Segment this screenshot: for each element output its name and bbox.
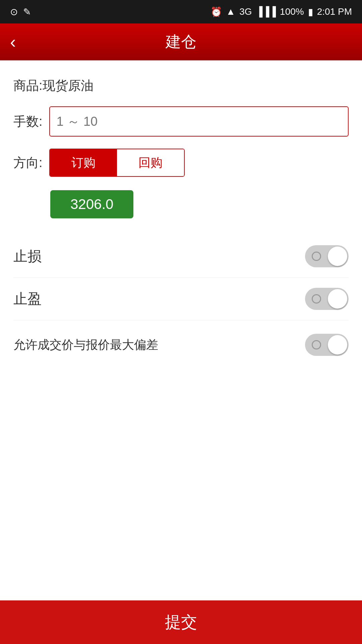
edit-icon: ✎ bbox=[23, 6, 31, 17]
direction-row: 方向: 订购 回购 bbox=[13, 149, 349, 177]
lots-input[interactable] bbox=[49, 106, 349, 137]
alarm-icon: ⏰ bbox=[210, 6, 222, 17]
buy-button[interactable]: 订购 bbox=[50, 149, 117, 176]
back-button[interactable]: ‹ bbox=[10, 33, 16, 51]
content: 商品:现货原油 手数: 方向: 订购 回购 3206.0 止损 止盈 允许成交价… bbox=[0, 60, 362, 420]
allow-deviation-circle bbox=[312, 340, 321, 350]
lots-label: 手数: bbox=[13, 113, 43, 130]
page-title: 建仓 bbox=[166, 32, 196, 52]
product-label: 商品:现货原油 bbox=[13, 77, 349, 94]
header: ‹ 建仓 bbox=[0, 23, 362, 60]
take-profit-row: 止盈 bbox=[13, 278, 349, 320]
wifi-icon: ▲ bbox=[226, 6, 236, 17]
allow-deviation-label: 允许成交价与报价最大偏差 bbox=[13, 337, 305, 353]
lots-row: 手数: bbox=[13, 106, 349, 137]
stop-loss-knob bbox=[328, 247, 347, 266]
price-button[interactable]: 3206.0 bbox=[50, 190, 133, 218]
status-right: ⏰ ▲ 3G ▐▐▐ 100% ▮ 2:01 PM bbox=[210, 6, 352, 17]
network-label: 3G bbox=[239, 6, 252, 17]
take-profit-label: 止盈 bbox=[13, 289, 305, 308]
allow-deviation-knob bbox=[328, 335, 347, 355]
wechat-icon: ⊙ bbox=[10, 6, 18, 17]
stop-loss-circle bbox=[312, 252, 321, 261]
status-left: ⊙ ✎ bbox=[10, 6, 31, 17]
sell-button[interactable]: 回购 bbox=[117, 149, 184, 176]
submit-button[interactable]: 提交 bbox=[0, 600, 362, 644]
battery-label: 100% bbox=[280, 6, 304, 17]
take-profit-circle bbox=[312, 294, 321, 304]
battery-icon: ▮ bbox=[308, 6, 313, 17]
allow-deviation-toggle[interactable] bbox=[305, 334, 349, 356]
time-label: 2:01 PM bbox=[317, 6, 352, 17]
take-profit-toggle[interactable] bbox=[305, 288, 349, 310]
direction-buttons: 订购 回购 bbox=[49, 149, 185, 177]
signal-icon: ▐▐▐ bbox=[256, 6, 276, 17]
allow-deviation-row: 允许成交价与报价最大偏差 bbox=[13, 324, 349, 366]
direction-label: 方向: bbox=[13, 154, 43, 171]
status-bar: ⊙ ✎ ⏰ ▲ 3G ▐▐▐ 100% ▮ 2:01 PM bbox=[0, 0, 362, 23]
take-profit-knob bbox=[328, 289, 347, 309]
stop-loss-label: 止损 bbox=[13, 247, 305, 266]
stop-loss-toggle[interactable] bbox=[305, 245, 349, 267]
stop-loss-row: 止损 bbox=[13, 235, 349, 278]
